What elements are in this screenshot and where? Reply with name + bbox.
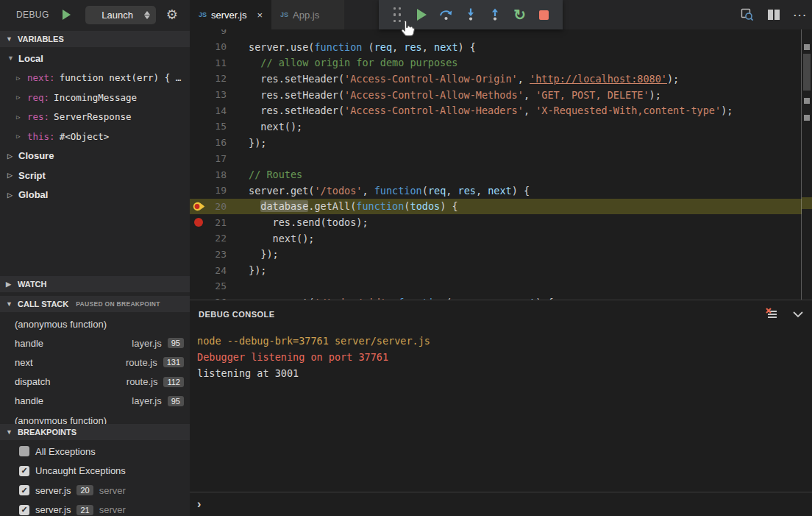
code-line[interactable]: 19server.get('/todos', function(req, res… — [190, 183, 812, 199]
breakpoint-checkbox[interactable] — [19, 446, 29, 456]
breakpoint-row[interactable]: ✓server.js21server — [0, 501, 190, 516]
variable-row[interactable]: ▷res:ServerResponse — [0, 107, 190, 127]
breakpoint-row[interactable]: ✓Uncaught Exceptions — [0, 462, 190, 481]
breakpoint-checkbox[interactable]: ✓ — [19, 505, 29, 515]
breakpoints-section-header[interactable]: ▼ BREAKPOINTS — [0, 424, 190, 440]
code-line[interactable]: 25 — [190, 278, 812, 294]
breakpoint-gutter[interactable] — [190, 151, 207, 167]
code-line[interactable]: 15 next(); — [190, 119, 812, 135]
vscode-debug-window: DEBUG Launch ⚙ ▼ VARIABLES ▼Local▷next:f… — [0, 0, 812, 516]
debug-console-title: DEBUG CONSOLE — [199, 310, 765, 319]
chevron-expanded-icon: ▼ — [6, 300, 13, 308]
dropdown-updown-icon — [144, 11, 150, 19]
step-out-button[interactable] — [487, 7, 503, 23]
breakpoint-gutter[interactable] — [190, 87, 207, 103]
code-line[interactable]: 14 res.setHeader('Access-Control-Allow-H… — [190, 102, 812, 119]
code-line[interactable]: 22 next(); — [190, 230, 812, 247]
clear-console-icon[interactable] — [765, 308, 778, 321]
code-text: // Routes — [249, 169, 302, 180]
stop-button[interactable] — [536, 7, 552, 23]
breakpoint-gutter[interactable] — [190, 262, 207, 278]
code-line[interactable]: 17 — [190, 151, 812, 167]
code-line[interactable]: 26server.put('/todos/:id', function(req,… — [190, 294, 812, 300]
close-tab-icon[interactable]: × — [257, 10, 263, 21]
variables-scope-row[interactable]: ▷Closure — [0, 146, 190, 166]
breakpoint-gutter[interactable] — [190, 278, 207, 294]
breakpoint-gutter[interactable] — [190, 166, 207, 183]
code-line[interactable]: 24}); — [190, 262, 812, 278]
breakpoint-gutter[interactable] — [190, 294, 207, 300]
console-input[interactable]: › — [190, 492, 812, 516]
call-stack-section-header[interactable]: ▼ CALL STACK PAUSED ON BREAKPOINT — [0, 296, 190, 312]
tab-server-js[interactable]: JSserver.js× — [190, 0, 271, 29]
breakpoint-gutter[interactable] — [190, 102, 207, 119]
variable-value: ServerResponse — [54, 111, 131, 122]
collapse-panel-chevron-icon[interactable] — [793, 311, 803, 318]
breakpoint-gutter[interactable] — [190, 29, 207, 39]
breakpoint-gutter[interactable] — [190, 247, 207, 263]
variables-section-header[interactable]: ▼ VARIABLES — [0, 31, 190, 47]
breakpoint-checkbox[interactable]: ✓ — [19, 466, 29, 476]
step-into-button[interactable] — [463, 7, 479, 23]
breakpoint-row[interactable]: All Exceptions — [0, 442, 190, 462]
code-token: function — [314, 41, 362, 53]
breakpoint-gutter[interactable] — [190, 119, 207, 135]
continue-button[interactable] — [413, 7, 430, 23]
breakpoint-gutter[interactable] — [190, 199, 207, 215]
code-token: function — [356, 200, 404, 212]
code-line[interactable]: 23 }); — [190, 247, 812, 263]
code-line[interactable]: 20 database.getAll(function(todos) { — [190, 199, 812, 215]
launch-configuration-dropdown[interactable]: Launch — [85, 6, 156, 24]
code-line[interactable]: 9 — [190, 29, 812, 39]
code-token: ( — [404, 200, 410, 212]
open-preview-icon[interactable] — [741, 8, 754, 21]
code-token: ) { — [440, 200, 457, 212]
variable-row[interactable]: ▷req:IncomingMessage — [0, 88, 190, 107]
variable-row[interactable]: ▷this:#<Object> — [0, 127, 190, 146]
line-number: 13 — [207, 89, 227, 100]
start-debug-icon[interactable] — [63, 10, 71, 20]
restart-button[interactable]: ↻ — [512, 7, 528, 23]
breakpoint-gutter[interactable] — [190, 54, 207, 71]
call-stack-frame[interactable]: (anonymous function) — [0, 314, 190, 333]
split-editor-icon[interactable] — [767, 9, 780, 21]
link-token[interactable]: 'http://localhost:8080' — [530, 73, 667, 85]
code-line[interactable]: 12 res.setHeader('Access-Control-Allow-O… — [190, 71, 812, 87]
code-line[interactable]: 18// Routes — [190, 166, 812, 183]
code-line[interactable]: 21 res.send(todos); — [190, 214, 812, 230]
breakpoint-checkbox[interactable]: ✓ — [19, 485, 29, 495]
scrollbar-thumb[interactable] — [803, 54, 811, 91]
breakpoint-gutter[interactable] — [190, 230, 207, 247]
console-line: listening at 3001 — [197, 365, 812, 381]
code-line[interactable]: 16}); — [190, 135, 812, 151]
line-number: 24 — [207, 265, 227, 276]
step-over-button[interactable] — [438, 7, 455, 23]
breakpoint-gutter[interactable] — [190, 39, 207, 55]
breakpoint-gutter[interactable] — [190, 135, 207, 151]
call-stack-frame[interactable]: (anonymous function) — [0, 411, 190, 424]
variables-scope-row[interactable]: ▷Global — [0, 185, 190, 205]
variables-scope-row[interactable]: ▷Script — [0, 166, 190, 185]
breakpoint-gutter[interactable] — [190, 214, 207, 230]
code-editor[interactable]: 910server.use(function (req, res, next) … — [190, 29, 812, 300]
variable-row[interactable]: ▷next:function next(err) { … — [0, 68, 190, 88]
breakpoint-row[interactable]: ✓server.js20server — [0, 481, 190, 501]
code-line[interactable]: 10server.use(function (req, res, next) { — [190, 39, 812, 55]
code-line[interactable]: 11 // allow origin for demo purposes — [190, 54, 812, 71]
call-stack-frame[interactable]: handlelayer.js95 — [0, 392, 190, 411]
configure-gear-icon[interactable]: ⚙ — [166, 8, 178, 21]
watch-section-header[interactable]: ▶ WATCH — [0, 276, 190, 292]
code-text: res.setHeader('Access-Control-Allow-Orig… — [249, 73, 679, 85]
variables-scope-row[interactable]: ▼Local — [0, 49, 190, 68]
more-actions-icon[interactable]: ··· — [794, 10, 808, 21]
toolbar-drag-grip[interactable] — [389, 7, 405, 23]
call-stack-frame[interactable]: dispatchroute.js112 — [0, 372, 190, 392]
code-text: database.getAll(function(todos) { — [249, 200, 458, 212]
code-token: // Routes — [249, 169, 302, 180]
call-stack-frame[interactable]: nextroute.js131 — [0, 353, 190, 372]
code-line[interactable]: 13 res.setHeader('Access-Control-Allow-M… — [190, 87, 812, 103]
call-stack-frame[interactable]: handlelayer.js95 — [0, 333, 190, 353]
breakpoint-gutter[interactable] — [190, 71, 207, 87]
breakpoint-gutter[interactable] — [190, 183, 207, 199]
tab-app-js[interactable]: JSApp.js× — [271, 0, 344, 29]
